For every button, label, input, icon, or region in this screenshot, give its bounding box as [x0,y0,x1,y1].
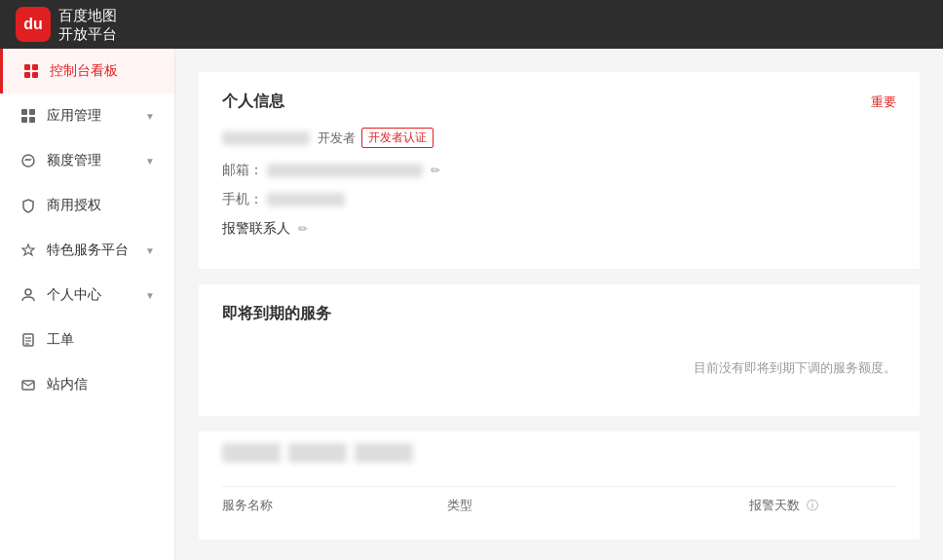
personal-info-card: 个人信息 重要 开发者 开发者认证 邮箱： ✏ 手机： 报 [199,72,920,269]
table-header: 服务名称 类型 报警天数 ⓘ [222,486,896,524]
chevron-down-icon-special: ▼ [145,245,155,256]
logo-line2: 开放平台 [58,24,117,44]
alert-contact-edit-icon[interactable]: ✏ [298,222,308,236]
personal-info-title: 个人信息 [222,92,284,112]
svg-rect-7 [29,117,35,123]
quota-icon [19,152,37,169]
expiring-services-header: 即将到期的服务 [222,304,896,324]
main-content: 个人信息 重要 开发者 开发者认证 邮箱： ✏ 手机： 报 [175,49,943,560]
sidebar-item-label-inbox: 站内信 [47,376,155,393]
svg-rect-4 [21,109,27,115]
logo-abbr: du [23,16,43,33]
user-icon [19,286,37,304]
personal-info-header: 个人信息 重要 [222,92,896,112]
email-row: 邮箱： ✏ [222,162,896,179]
chevron-down-icon: ▼ [145,111,155,122]
sidebar-item-label-workorder: 工单 [47,331,155,349]
sidebar-item-app-management[interactable]: 应用管理 ▼ [0,93,174,138]
sidebar-item-label-app: 应用管理 [47,107,145,125]
sidebar-item-personal[interactable]: 个人中心 ▼ [0,273,174,317]
sidebar-item-workorder[interactable]: 工单 [0,317,174,362]
chevron-down-icon-personal: ▼ [145,290,155,301]
phone-row: 手机： [222,191,896,208]
email-edit-icon[interactable]: ✏ [431,164,440,177]
sidebar-item-inbox[interactable]: 站内信 [0,362,174,407]
developer-name-blur [222,131,310,145]
expiring-services-title: 即将到期的服务 [222,304,331,324]
main-layout: 控制台看板 应用管理 ▼ 额度管理 [0,49,943,560]
developer-name-row: 开发者 开发者认证 [222,128,896,148]
sidebar-item-label-special: 特色服务平台 [47,242,145,259]
logo-text: 百度地图 开放平台 [58,6,117,44]
table-col-type: 类型 [447,497,672,514]
info-circle-icon: ⓘ [807,499,818,512]
logo-line1: 百度地图 [58,6,117,25]
sidebar: 控制台看板 应用管理 ▼ 额度管理 [0,49,175,560]
blur-pill-3 [355,443,413,463]
svg-rect-5 [29,109,35,115]
logo-icon: du [16,7,51,42]
svg-point-9 [25,289,31,295]
email-label: 邮箱： [222,162,263,179]
sidebar-item-label-commercial: 商用授权 [47,197,155,214]
svg-rect-6 [21,117,27,123]
phone-value-blur [267,193,345,206]
star-icon [19,242,37,259]
blur-pill-2 [288,443,347,463]
sidebar-item-dashboard[interactable]: 控制台看板 [0,49,174,93]
dashboard-icon [22,62,40,80]
svg-rect-2 [24,72,30,78]
table-col-service-name: 服务名称 [222,497,447,514]
svg-rect-0 [24,64,30,70]
svg-rect-3 [32,72,38,78]
blur-pill-1 [222,443,281,463]
chevron-down-icon-quota: ▼ [145,156,155,167]
file-icon [19,331,37,349]
sidebar-item-label-dashboard: 控制台看板 [50,62,155,80]
sidebar-item-quota[interactable]: 额度管理 ▼ [0,138,174,183]
header-action[interactable]: 重要 [871,93,896,111]
alert-contact-label: 报警联系人 [222,220,290,238]
expiring-services-card: 即将到期的服务 目前没有即将到期下调的服务额度。 [199,284,920,416]
phone-label: 手机： [222,191,263,208]
sidebar-item-special[interactable]: 特色服务平台 ▼ [0,228,174,273]
top-header: du 百度地图 开放平台 [0,0,943,49]
svg-rect-1 [32,64,38,70]
sidebar-item-commercial[interactable]: 商用授权 [0,183,174,228]
grid-icon [19,107,37,125]
mail-icon [19,376,37,393]
services-table-area: 服务名称 类型 报警天数 ⓘ [199,431,920,540]
developer-badge[interactable]: 开发者认证 [361,128,434,148]
table-blur-row [222,431,896,486]
logo: du 百度地图 开放平台 [16,6,117,44]
table-col-alert-days: 报警天数 ⓘ [671,497,896,514]
expiring-empty-tip: 目前没有即将到期下调的服务额度。 [222,340,896,396]
developer-label: 开发者 [318,130,356,147]
email-value-blur [267,164,423,177]
svg-point-8 [22,155,34,167]
sidebar-item-label-personal: 个人中心 [47,286,145,304]
sidebar-item-label-quota: 额度管理 [47,152,145,169]
shield-icon [19,197,37,214]
alert-contact-row: 报警联系人 ✏ [222,220,896,238]
